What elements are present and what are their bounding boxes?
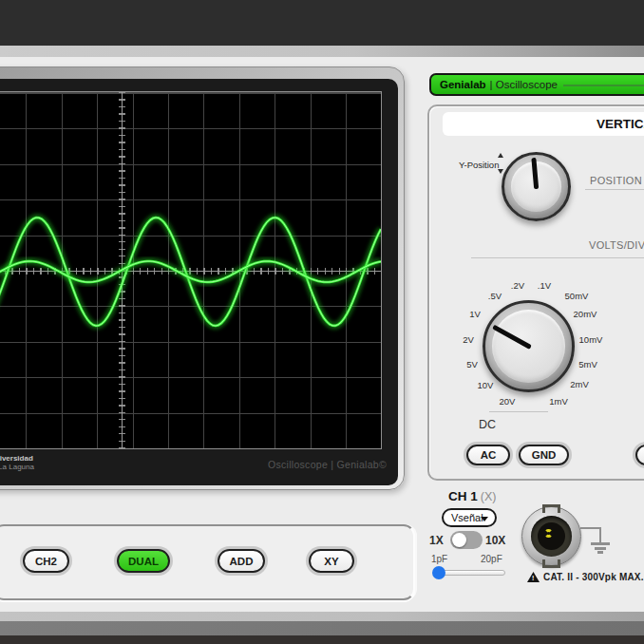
y-position-label: Y-Position: [459, 160, 499, 170]
waveform-traces: [0, 92, 381, 448]
screen-watermark: Oscilloscope | Genialab©: [268, 459, 387, 470]
screen-shell: Universidad de La Laguna Oscilloscope | …: [0, 66, 405, 490]
add-mode-button[interactable]: ADD: [218, 549, 265, 573]
coupling-status: DC: [479, 418, 496, 431]
dual-mode-label: DUAL: [128, 556, 159, 567]
capacitance-slider-thumb[interactable]: [432, 566, 445, 579]
capacitance-min-label: 1pF: [431, 554, 447, 564]
gnd-coupling-label: GND: [532, 449, 557, 461]
chassis-top-trim: [0, 46, 644, 57]
brand-header: Genialab | Oscilloscope: [429, 73, 644, 96]
probe-10x-label: 10X: [485, 534, 505, 547]
dc-coupling-button[interactable]: DC: [635, 445, 644, 465]
brand-product: | Oscilloscope: [490, 79, 558, 90]
ground-icon-bar3: [597, 551, 603, 554]
warning-icon: [527, 572, 540, 582]
screen-graticule: [0, 91, 382, 449]
bnc-top-lug: [542, 504, 560, 513]
bnc-bottom-lug: [542, 559, 560, 568]
vertical-panel-title: VERTICAL: [597, 112, 644, 136]
gnd-coupling-button[interactable]: GND: [519, 445, 569, 465]
ch2-mode-button[interactable]: CH2: [23, 549, 69, 573]
xy-mode-button[interactable]: XY: [309, 549, 354, 573]
ground-icon-bar2: [595, 547, 606, 550]
ground-icon-bar1: [591, 542, 610, 545]
probe-attenuation-toggle[interactable]: [450, 531, 483, 549]
xy-mode-label: XY: [324, 556, 338, 567]
add-mode-label: ADD: [230, 556, 254, 567]
oscilloscope-app: Universidad de La Laguna Oscilloscope | …: [0, 0, 644, 644]
probe-toggle-knob: [452, 533, 466, 547]
dual-mode-button[interactable]: DUAL: [117, 549, 170, 573]
y-position-knob[interactable]: [502, 152, 571, 221]
ac-coupling-button[interactable]: AC: [466, 445, 510, 465]
display-mode-panel: CH2 DUAL ADD XY: [0, 524, 415, 600]
signal-select-value: Vseñal: [451, 512, 483, 523]
bnc-logo-icon: [544, 529, 553, 538]
ch2-mode-label: CH2: [35, 556, 57, 567]
ac-coupling-label: AC: [481, 449, 497, 461]
capacitance-max-label: 20pF: [481, 554, 502, 564]
ground-icon: [580, 527, 601, 529]
volts-div-knob-pointer: [470, 288, 588, 406]
channel1-name: CH 1: [448, 489, 478, 503]
y-position-knob-pointer: [502, 152, 571, 221]
warning-text: CAT. II - 300Vpk MAX.: [543, 572, 644, 582]
probe-1x-label: 1X: [429, 534, 444, 547]
position-rule: [585, 189, 644, 190]
volts-div-label: VOLTS/DIV: [589, 239, 644, 251]
coupling-rule: [489, 411, 548, 412]
chassis-top-bar: [0, 0, 644, 46]
volts-div-rule: [471, 257, 644, 258]
channel1-title: CH 1(X): [448, 489, 496, 503]
signal-select[interactable]: Vseñal: [442, 508, 497, 527]
university-watermark-line1: Universidad: [0, 454, 33, 463]
header-decor-line: [563, 85, 644, 86]
capacitance-slider[interactable]: [433, 570, 505, 576]
vertical-panel: VERTICAL Y-Position POSITION VOLTS/DIV D…: [427, 104, 644, 481]
chassis-bottom-trim-light: [0, 612, 644, 621]
university-watermark-line2: de La Laguna: [0, 463, 34, 471]
volts-div-knob[interactable]: [483, 300, 575, 392]
bnc-connector: [521, 506, 581, 566]
chassis-bottom-trim-mid: [0, 621, 644, 635]
vertical-panel-title-bar: VERTICAL: [443, 112, 644, 136]
ground-icon-stem: [599, 527, 601, 543]
brand-name: Genialab: [440, 79, 486, 90]
channel1-axis-tag: (X): [481, 490, 497, 503]
screen-bezel: Universidad de La Laguna Oscilloscope | …: [0, 79, 398, 485]
chassis-bottom-trim-dark: [0, 635, 644, 644]
position-label: POSITION: [590, 175, 642, 186]
